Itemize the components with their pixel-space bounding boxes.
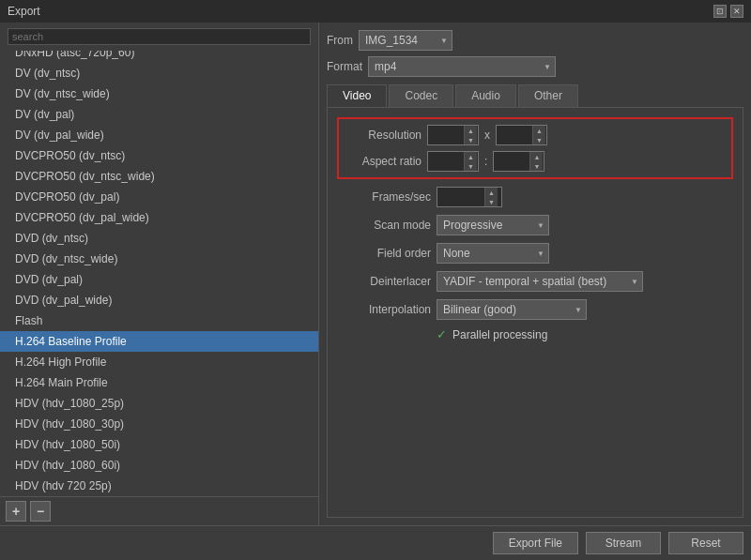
deinterlacer-label: Deinterlacer — [337, 275, 431, 288]
resolution-width-input[interactable]: 1080 — [428, 129, 464, 142]
search-box — [0, 23, 318, 51]
list-item[interactable]: DVCPRO50 (dv_ntsc_wide) — [0, 166, 318, 187]
list-item[interactable]: DVCPRO50 (dv_ntsc) — [0, 145, 318, 166]
list-item[interactable]: Flash — [0, 310, 318, 331]
tabs: Video Codec Audio Other — [327, 84, 743, 108]
frames-label: Frames/sec — [337, 190, 431, 204]
scan-mode-value: Progressive — [443, 219, 502, 232]
list-item[interactable]: DVCPRO50 (dv_pal_wide) — [0, 207, 318, 228]
list-item[interactable]: H.264 Baseline Profile — [0, 331, 318, 352]
parallel-processing-row: ✓ Parallel processing — [337, 327, 733, 341]
aspect-w-input[interactable]: 9 — [428, 155, 464, 168]
interpolation-row: Interpolation Bilinear (good) — [337, 299, 733, 320]
resolution-height-down[interactable]: ▼ — [533, 135, 545, 144]
aspect-ratio-label: Aspect ratio — [346, 155, 421, 168]
scan-mode-label: Scan mode — [337, 219, 431, 232]
window-controls: ⊡ ✕ — [713, 5, 743, 18]
format-row: Format mp4 — [327, 56, 743, 77]
resolution-height-spinbox[interactable]: 1920 ▲ ▼ — [496, 125, 547, 145]
aspect-h-spinbox[interactable]: 16 ▲ ▼ — [493, 151, 544, 172]
bottom-bar: Export File Stream Reset — [0, 525, 751, 560]
remove-preset-button[interactable]: − — [30, 501, 51, 522]
resolution-height-up[interactable]: ▲ — [533, 126, 545, 135]
aspect-h-up[interactable]: ▲ — [530, 152, 543, 161]
list-item[interactable]: DVD (dv_pal) — [0, 269, 318, 290]
scan-mode-dropdown[interactable]: Progressive — [437, 215, 549, 235]
list-item[interactable]: DNxHD (atsc_720p_60) — [0, 51, 318, 63]
restore-button[interactable]: ⊡ — [713, 5, 727, 18]
frames-up[interactable]: ▲ — [485, 188, 498, 197]
list-item[interactable]: DVD (dv_pal_wide) — [0, 290, 318, 310]
scan-mode-row: Scan mode Progressive — [337, 215, 733, 235]
video-tab-content: Resolution 1080 ▲ ▼ x 1920 ▲ — [327, 108, 743, 518]
deinterlacer-row: Deinterlacer YADIF - temporal + spatial … — [337, 271, 733, 292]
resolution-width-arrows: ▲ ▼ — [464, 126, 477, 144]
list-item[interactable]: DV (dv_pal_wide) — [0, 125, 318, 145]
field-order-value: None — [443, 247, 470, 260]
deinterlacer-value: YADIF - temporal + spatial (best) — [443, 275, 606, 288]
frames-input[interactable]: 29.983 — [437, 190, 484, 204]
list-container: DNxHD (atsc_1080p_5994)DNxHD (atsc_1080p… — [0, 51, 318, 496]
aspect-h-down[interactable]: ▼ — [530, 161, 543, 171]
tab-video[interactable]: Video — [327, 84, 387, 107]
frames-down[interactable]: ▼ — [485, 197, 498, 206]
search-input[interactable] — [8, 28, 311, 45]
aspect-w-up[interactable]: ▲ — [465, 152, 477, 161]
list-item[interactable]: DVD (dv_ntsc_wide) — [0, 249, 318, 269]
stream-button[interactable]: Stream — [586, 532, 661, 554]
resolution-highlight-box: Resolution 1080 ▲ ▼ x 1920 ▲ — [337, 117, 733, 179]
title-bar: Export ⊡ ✕ — [0, 0, 751, 23]
from-value: IMG_1534 — [365, 34, 418, 47]
list-item[interactable]: HDV (hdv_1080_60i) — [0, 455, 318, 476]
interpolation-value: Bilinear (good) — [443, 303, 516, 316]
aspect-colon-separator: : — [484, 155, 487, 168]
interpolation-label: Interpolation — [337, 303, 431, 316]
list-item[interactable]: H.264 High Profile — [0, 352, 318, 372]
frames-arrows: ▲ ▼ — [484, 188, 498, 206]
list-item[interactable]: DVCPRO50 (dv_pal) — [0, 187, 318, 207]
interpolation-dropdown[interactable]: Bilinear (good) — [437, 299, 587, 320]
list-item[interactable]: HDV (hdv 720 25p) — [0, 476, 318, 496]
from-dropdown[interactable]: IMG_1534 — [359, 30, 452, 51]
list-item[interactable]: DV (dv_ntsc_wide) — [0, 83, 318, 104]
main-content: DNxHD (atsc_1080p_5994)DNxHD (atsc_1080p… — [0, 23, 751, 525]
aspect-h-input[interactable]: 16 — [494, 155, 529, 168]
field-order-dropdown[interactable]: None — [437, 243, 549, 264]
aspect-w-spinbox[interactable]: 9 ▲ ▼ — [427, 151, 479, 172]
close-button[interactable]: ✕ — [730, 5, 743, 18]
deinterlacer-dropdown[interactable]: YADIF - temporal + spatial (best) — [437, 271, 643, 292]
aspect-ratio-row: Aspect ratio 9 ▲ ▼ : 16 ▲ — [346, 151, 724, 172]
resolution-height-input[interactable]: 1920 — [497, 129, 532, 142]
list-item[interactable]: H.264 Main Profile — [0, 372, 318, 393]
format-dropdown[interactable]: mp4 — [368, 56, 556, 77]
tab-other[interactable]: Other — [518, 84, 578, 107]
tab-codec[interactable]: Codec — [389, 84, 453, 107]
list-item[interactable]: HDV (hdv_1080_30p) — [0, 414, 318, 434]
tab-audio[interactable]: Audio — [455, 84, 516, 107]
window-title: Export — [8, 5, 40, 18]
aspect-w-arrows: ▲ ▼ — [464, 152, 477, 171]
list-item[interactable]: HDV (hdv_1080_50i) — [0, 434, 318, 455]
add-preset-button[interactable]: + — [6, 501, 26, 522]
list-item[interactable]: DVD (dv_ntsc) — [0, 228, 318, 249]
frames-spinbox[interactable]: 29.983 ▲ ▼ — [437, 187, 502, 207]
list-item[interactable]: DV (dv_ntsc) — [0, 63, 318, 83]
export-file-button[interactable]: Export File — [493, 532, 578, 554]
resolution-width-up[interactable]: ▲ — [465, 126, 477, 135]
resolution-x-separator: x — [484, 129, 490, 142]
list-item[interactable]: DV (dv_pal) — [0, 104, 318, 125]
aspect-w-down[interactable]: ▼ — [465, 161, 477, 171]
resolution-label: Resolution — [346, 129, 421, 142]
preset-list[interactable]: DNxHD (atsc_1080p_5994)DNxHD (atsc_1080p… — [0, 51, 318, 496]
resolution-row: Resolution 1080 ▲ ▼ x 1920 ▲ — [346, 125, 724, 145]
parallel-label: Parallel processing — [452, 328, 547, 341]
from-row: From IMG_1534 — [327, 30, 743, 51]
resolution-width-spinbox[interactable]: 1080 ▲ ▼ — [427, 125, 479, 145]
list-item[interactable]: HDV (hdv_1080_25p) — [0, 393, 318, 414]
parallel-checkmark: ✓ — [437, 327, 447, 341]
reset-button[interactable]: Reset — [668, 532, 743, 554]
frames-row: Frames/sec 29.983 ▲ ▼ — [337, 187, 733, 207]
right-panel: From IMG_1534 Format mp4 Video Codec Aud… — [319, 23, 751, 525]
field-order-row: Field order None — [337, 243, 733, 264]
resolution-width-down[interactable]: ▼ — [465, 135, 477, 144]
